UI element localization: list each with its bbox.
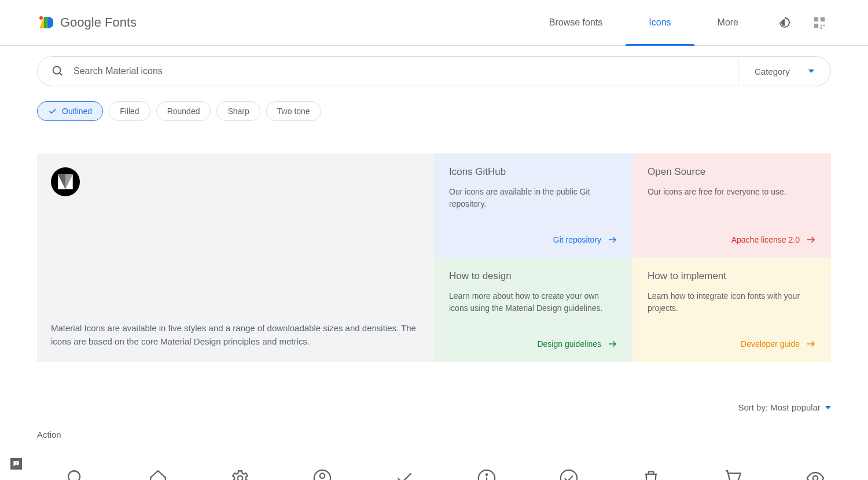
view-selected-icon[interactable] — [808, 11, 831, 34]
feedback-icon[interactable] — [10, 458, 22, 470]
icons-row — [37, 468, 831, 480]
check-circle-icon[interactable] — [559, 468, 579, 480]
done-icon[interactable] — [395, 468, 414, 480]
svg-point-23 — [561, 470, 577, 480]
svg-rect-1 — [44, 17, 48, 28]
main-content: Category Outlined Filled Rounded Sharp T… — [0, 46, 868, 480]
card-desc: Learn how to integrate icon fonts with y… — [648, 290, 816, 314]
nav-icons[interactable]: Icons — [626, 7, 694, 38]
material-design-logo-icon — [51, 167, 80, 196]
category-dropdown[interactable]: Category — [738, 56, 831, 86]
link-text: Git repository — [553, 235, 601, 244]
card-title: Open Source — [648, 166, 816, 178]
search-box[interactable] — [37, 56, 738, 86]
svg-rect-3 — [821, 17, 825, 21]
link-text: Developer guide — [741, 339, 800, 349]
svg-rect-5 — [821, 25, 822, 27]
card-implement[interactable]: How to implement Learn how to integrate … — [632, 258, 831, 362]
svg-point-15 — [68, 471, 80, 480]
search-input[interactable] — [73, 66, 724, 76]
card-desc: Our icons are free for everyone to use. — [648, 186, 816, 198]
card-link[interactable]: Apache license 2.0 — [648, 234, 816, 245]
account-circle-icon[interactable] — [312, 468, 332, 480]
info-grid: Material Icons are available in five sty… — [37, 153, 831, 362]
chip-label: Outlined — [62, 107, 92, 116]
check-icon — [48, 107, 57, 116]
search-icon[interactable] — [66, 468, 86, 480]
chip-rounded[interactable]: Rounded — [156, 101, 211, 121]
delete-icon[interactable] — [641, 468, 661, 480]
card-design[interactable]: How to design Learn more about how to cr… — [434, 258, 632, 362]
svg-rect-6 — [823, 25, 825, 27]
svg-point-19 — [320, 474, 325, 479]
svg-point-0 — [39, 16, 43, 20]
info-icon[interactable] — [477, 468, 496, 480]
card-link[interactable]: Git repository — [449, 234, 617, 245]
svg-point-17 — [238, 476, 243, 480]
theme-toggle-icon[interactable] — [773, 11, 796, 34]
search-row: Category — [37, 56, 831, 86]
header-nav: Browse fonts Icons More — [526, 7, 831, 38]
chip-two-tone[interactable]: Two tone — [266, 101, 321, 121]
link-text: Design guidelines — [537, 339, 601, 349]
hero-card: Material Icons are available in five sty… — [37, 153, 434, 362]
logo-area[interactable]: Google Fonts — [37, 14, 137, 31]
svg-rect-27 — [16, 462, 16, 463]
svg-point-26 — [813, 476, 818, 480]
dropdown-arrow-icon — [825, 406, 831, 409]
svg-rect-2 — [814, 17, 818, 21]
header: Google Fonts Browse fonts Icons More — [0, 0, 868, 46]
dropdown-arrow-icon — [808, 69, 814, 73]
svg-point-22 — [486, 474, 487, 475]
category-label: Category — [755, 67, 790, 76]
card-title: Icons GitHub — [449, 166, 617, 178]
svg-rect-4 — [814, 24, 818, 28]
sort-label: Sort by: Most popular — [738, 402, 821, 412]
logo-text: Google Fonts — [60, 15, 137, 30]
card-link[interactable]: Developer guide — [648, 339, 816, 349]
svg-line-9 — [60, 73, 62, 76]
search-icon — [52, 65, 64, 78]
svg-rect-28 — [16, 464, 16, 464]
sort-dropdown[interactable]: Sort by: Most popular — [738, 402, 831, 412]
arrow-right-icon — [806, 339, 816, 349]
card-title: How to implement — [648, 270, 816, 282]
link-text: Apache license 2.0 — [731, 235, 800, 244]
card-github[interactable]: Icons GitHub Our icons are available in … — [434, 153, 632, 258]
home-icon[interactable] — [148, 468, 168, 480]
card-link[interactable]: Design guidelines — [449, 339, 617, 349]
sort-row: Sort by: Most popular — [37, 402, 831, 412]
chip-label: Sharp — [227, 107, 249, 116]
google-fonts-logo-icon — [37, 14, 53, 31]
visibility-icon[interactable] — [806, 468, 825, 480]
chip-label: Rounded — [167, 107, 200, 116]
svg-rect-7 — [821, 27, 822, 29]
card-title: How to design — [449, 270, 617, 282]
settings-icon[interactable] — [230, 468, 250, 480]
arrow-right-icon — [806, 234, 816, 245]
chip-label: Two tone — [277, 107, 310, 116]
nav-browse-fonts[interactable]: Browse fonts — [526, 7, 626, 38]
mini-card-grid: Icons GitHub Our icons are available in … — [434, 153, 831, 362]
card-opensource[interactable]: Open Source Our icons are free for every… — [632, 153, 831, 258]
chip-label: Filled — [120, 107, 139, 116]
svg-point-8 — [53, 67, 61, 74]
section-title: Action — [37, 430, 831, 439]
nav-more[interactable]: More — [694, 7, 762, 38]
arrow-right-icon — [607, 339, 617, 349]
card-desc: Learn more about how to create your own … — [449, 290, 617, 314]
chip-filled[interactable]: Filled — [109, 101, 150, 121]
chip-outlined[interactable]: Outlined — [37, 101, 103, 121]
arrow-right-icon — [607, 234, 617, 245]
chip-sharp[interactable]: Sharp — [216, 101, 260, 121]
card-desc: Our icons are available in the public Gi… — [449, 186, 617, 210]
shopping-cart-icon[interactable] — [723, 468, 743, 480]
style-chips: Outlined Filled Rounded Sharp Two tone — [37, 101, 831, 121]
hero-description: Material Icons are available in five sty… — [51, 322, 420, 348]
